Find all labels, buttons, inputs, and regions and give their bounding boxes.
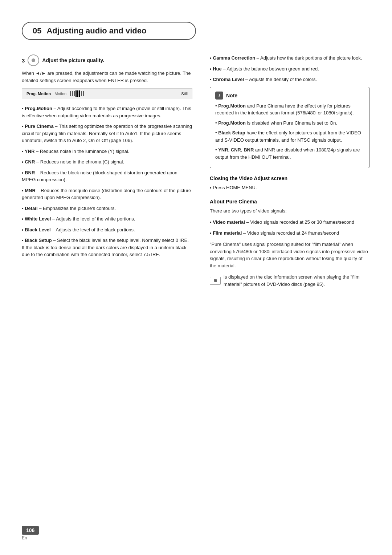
list-item-prog-motion: Prog.Motion – Adjust according to the ty… xyxy=(22,105,192,119)
chapter-title: Adjusting audio and video xyxy=(46,26,146,36)
page-lang: En xyxy=(22,535,27,540)
note-title: Note xyxy=(226,93,237,98)
note-icon: i xyxy=(215,92,223,100)
about-heading: About Pure Cinema xyxy=(210,199,369,204)
closing-list: Press HOME MENU. xyxy=(210,184,369,191)
note-list: Prog.Motion and Pure Cinema have the eff… xyxy=(215,102,364,161)
note-header: i Note xyxy=(215,92,364,100)
list-item-bnr: BNR – Reduces the block noise (block-sha… xyxy=(22,169,192,183)
tick-5 xyxy=(77,90,78,97)
about-list: Video material – Video signals recorded … xyxy=(210,219,369,236)
list-item-chroma: Chroma Level – Adjusts the density of th… xyxy=(210,76,369,83)
tick-8 xyxy=(83,91,84,96)
about-item-film: Film material – Video signals recorded a… xyxy=(210,230,369,237)
about-pure-cinema-section: About Pure Cinema There are two types of… xyxy=(210,199,369,288)
prog-bar-end-label: Still xyxy=(181,92,188,96)
tick-2 xyxy=(72,91,73,96)
left-column: 3 Adjust the picture quality. When ◄/► a… xyxy=(22,54,192,288)
step-heading: 3 Adjust the picture quality. xyxy=(22,54,192,66)
list-item-cnr: CNR – Reduces noise in the chroma (C) si… xyxy=(22,158,192,166)
feature-list: Prog.Motion – Adjust according to the ty… xyxy=(22,105,192,258)
page: 05 Adjusting audio and video 3 Adjust th… xyxy=(0,0,392,555)
list-item-black-setup: Black Setup – Select the black level as … xyxy=(22,237,192,258)
step-label: Adjust the picture quality. xyxy=(42,57,104,63)
step-number: 3 xyxy=(22,57,25,64)
prog-bar-motion-label: Motion xyxy=(54,92,66,96)
prog-motion-bar: Prog. Motion Motion Still xyxy=(22,88,192,99)
prog-bar-track xyxy=(70,90,177,97)
list-item-detail: Detail – Emphasizes the picture's contou… xyxy=(22,205,192,212)
tick-4 xyxy=(75,90,77,97)
note-box: i Note Prog.Motion and Pure Cinema have … xyxy=(210,87,369,169)
right-top-list: Gamma Correction – Adjusts how the dark … xyxy=(210,54,369,83)
tick-3 xyxy=(74,91,75,96)
list-item-ynr: YNR – Reduces noise in the luminance (Y)… xyxy=(22,148,192,155)
list-item-white-level: White Level – Adjusts the level of the w… xyxy=(22,215,192,223)
list-item-gamma: Gamma Correction – Adjusts how the dark … xyxy=(210,54,369,62)
chapter-header: 05 Adjusting audio and video xyxy=(22,22,196,40)
note-item-3: Black Setup have the effect only for pic… xyxy=(215,129,364,143)
note-item-2: Prog.Motion is disabled when Pure Cinema… xyxy=(215,119,364,127)
content-columns: 3 Adjust the picture quality. When ◄/► a… xyxy=(22,54,370,288)
intro-text: When ◄/► are pressed, the adjustments ca… xyxy=(22,70,192,84)
note-item-4: YNR, CNR, BNR and MNR are disabled when … xyxy=(215,146,364,161)
tick-6 xyxy=(79,90,80,97)
about-item-video: Video material – Video signals recorded … xyxy=(210,219,369,226)
list-item-black-level: Black Level – Adjusts the level of the b… xyxy=(22,226,192,234)
list-item-pure-cinema: Pure Cinema – This setting optimizes the… xyxy=(22,123,192,144)
pure-cinema-quote: "Pure Cinema" uses signal processing sui… xyxy=(210,241,369,269)
chapter-number: 05 xyxy=(33,26,41,36)
page-number: 106 xyxy=(22,526,39,535)
note-item-1: Prog.Motion and Pure Cinema have the eff… xyxy=(215,102,364,117)
list-item-hue: Hue – Adjusts the balance between green … xyxy=(210,65,369,73)
enter-icon xyxy=(28,54,39,66)
prog-bar-label: Prog. Motion xyxy=(26,92,51,96)
tick-7 xyxy=(81,91,82,96)
tick-1 xyxy=(70,91,71,96)
closing-item-1: Press HOME MENU. xyxy=(210,184,369,191)
closing-section: Closing the Video Adjust screen Press HO… xyxy=(210,175,369,191)
film-icon: ⊞ xyxy=(210,277,221,285)
page-footer: 106 En xyxy=(22,526,39,540)
about-intro: There are two types of video signals: xyxy=(210,207,369,215)
film-icon-line: ⊞ is displayed on the disc information s… xyxy=(210,274,369,288)
film-icon-desc: is displayed on the disc information scr… xyxy=(224,274,369,288)
right-column: Gamma Correction – Adjusts how the dark … xyxy=(210,54,369,288)
list-item-mnr: MNR – Reduces the mosquito noise (distor… xyxy=(22,187,192,201)
closing-heading: Closing the Video Adjust screen xyxy=(210,175,369,181)
